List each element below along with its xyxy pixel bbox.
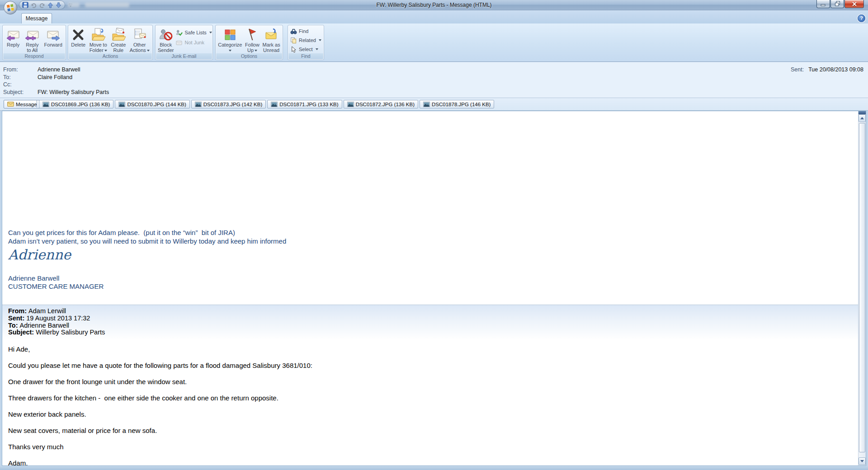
tab-message[interactable]: Message (21, 13, 52, 24)
window-controls (816, 0, 864, 8)
attachment-button[interactable]: DSC01878.JPG (146 KB) (420, 100, 494, 108)
photo-attachment-icon (423, 102, 430, 107)
related-button[interactable]: Related (289, 36, 323, 44)
delete-icon (71, 28, 85, 42)
dropdown-arrow-icon (104, 50, 107, 52)
select-icon (290, 46, 297, 53)
attachment-button[interactable]: DSC01873.JPG (142 KB) (191, 100, 266, 108)
move-to-folder-icon (91, 28, 105, 42)
email-paragraph: Thanks very much (8, 442, 64, 451)
group-label-actions: Actions (69, 53, 152, 59)
subject-value: FW: Willerby Salisbury Parts (38, 89, 109, 95)
minimize-button[interactable] (816, 0, 830, 8)
forward-icon (46, 28, 61, 42)
email-paragraph: Adam. (8, 459, 28, 465)
dropdown-arrow-icon (229, 50, 231, 52)
photo-attachment-icon (347, 102, 354, 107)
attachment-button[interactable]: DSC01869.JPG (136 KB) (39, 100, 113, 108)
ribbon: ? Reply (0, 24, 868, 62)
attachment-separator (37, 100, 37, 108)
categorize-button[interactable]: Categorize (218, 26, 242, 53)
photo-attachment-icon (271, 102, 278, 107)
split-handle[interactable] (859, 111, 866, 114)
redo-icon[interactable] (38, 1, 45, 9)
email-paragraph: New seat covers, material or price for a… (8, 426, 157, 435)
dropdown-arrow-icon (255, 50, 257, 52)
message-body: Can you get prices for this for Adam ple… (2, 111, 858, 465)
delete-button[interactable]: Delete (71, 26, 85, 47)
quoted-to: To:Adrienne Barwell (8, 322, 858, 329)
redacted-text (85, 2, 129, 7)
quick-access-toolbar (19, 0, 65, 9)
from-label: From: (3, 66, 35, 73)
forward-button[interactable]: Forward (44, 26, 62, 47)
not-junk-button[interactable]: Not Junk (175, 38, 213, 47)
dropdown-arrow-icon (316, 48, 318, 50)
other-actions-button[interactable]: Other Actions (130, 26, 150, 53)
message-header-panel: From: Adrienne Barwell Sent: Tue 20/08/2… (0, 62, 868, 98)
create-rule-button[interactable]: Create Rule (111, 26, 126, 53)
script-signature: Adrienne (8, 247, 71, 263)
quoted-subject: Subject:Willerby Salisbury Parts (8, 329, 858, 336)
categorize-icon (223, 28, 237, 42)
follow-up-button[interactable]: Follow Up (245, 26, 259, 53)
attachment-button[interactable]: DSC01870.JPG (144 KB) (115, 100, 189, 108)
message-body-area: Can you get prices for this for Adam ple… (2, 111, 866, 466)
quoted-sent: Sent:19 August 2013 17:32 (8, 315, 858, 322)
attachment-button[interactable]: DSC01872.JPG (136 KB) (344, 100, 418, 108)
help-button[interactable]: ? (858, 14, 865, 22)
reply-all-icon (25, 28, 39, 42)
photo-attachment-icon (195, 102, 202, 107)
close-button[interactable] (844, 0, 864, 8)
scroll-down-button[interactable] (859, 457, 866, 465)
save-icon[interactable] (22, 1, 29, 9)
header-sent: Sent: Tue 20/08/2013 09:08 (791, 66, 863, 73)
group-label-respond: Respond (3, 53, 65, 59)
group-label-find: Find (288, 53, 323, 59)
up-arrow-icon (860, 117, 864, 119)
intro-line-1: Can you get prices for this for Adam ple… (8, 228, 235, 237)
previous-item-icon[interactable] (47, 1, 54, 9)
mark-as-unread-icon (264, 28, 278, 42)
message-envelope-icon (7, 102, 14, 107)
mark-as-unread-button[interactable]: Mark as Unread (263, 26, 280, 53)
down-arrow-icon (860, 460, 864, 462)
group-find: Find Related Select (288, 25, 324, 60)
title-bar: FW: Willerby Salisbury Parts - Message (… (0, 0, 868, 10)
office-orb-icon (3, 0, 18, 15)
select-button[interactable]: Select (289, 45, 323, 53)
restore-button[interactable] (830, 0, 844, 8)
find-icon (290, 28, 297, 35)
attachment-button[interactable]: DSC01871.JPG (133 KB) (267, 100, 342, 108)
scroll-up-button[interactable] (859, 114, 866, 122)
block-sender-button[interactable]: Block Sender (158, 26, 174, 53)
sent-label: Sent: (791, 66, 804, 73)
photo-attachment-icon (118, 102, 125, 107)
email-paragraph: Could you please let me have a quote for… (8, 361, 312, 370)
vertical-scrollbar[interactable] (858, 111, 866, 465)
move-to-folder-button[interactable]: Move to Folder (90, 26, 107, 53)
ribbon-tab-row: Message (0, 11, 868, 24)
message-view-tab[interactable]: Message (4, 100, 41, 108)
office-button[interactable] (3, 0, 18, 15)
message-window: FW: Willerby Salisbury Parts - Message (… (0, 0, 868, 470)
window-frame-bottom (0, 466, 868, 470)
next-item-icon[interactable] (55, 1, 62, 9)
dropdown-arrow-icon (209, 32, 212, 33)
safe-lists-button[interactable]: Safe Lists (175, 28, 213, 37)
scrollbar-thumb[interactable] (859, 123, 865, 452)
block-sender-icon (159, 28, 173, 42)
intro-line-2: Adam isn’t very patient, so you will nee… (8, 237, 286, 245)
undo-icon[interactable] (30, 1, 37, 9)
email-paragraph: Three drawers for the kitchen - one eith… (8, 394, 278, 402)
group-label-junk: Junk E-mail (156, 53, 212, 59)
reply-button[interactable]: Reply (6, 26, 20, 47)
find-button[interactable]: Find (289, 27, 323, 35)
create-rule-icon (111, 28, 126, 42)
redacted-text (68, 2, 80, 7)
attachment-list: DSC01869.JPG (136 KB) DSC01870.JPG (144 … (39, 100, 494, 108)
not-junk-icon (176, 39, 183, 46)
sent-value: Tue 20/08/2013 09:08 (808, 66, 863, 73)
group-actions: Delete Move to Folder (68, 25, 153, 60)
reply-to-all-button[interactable]: Reply to All (25, 26, 39, 53)
